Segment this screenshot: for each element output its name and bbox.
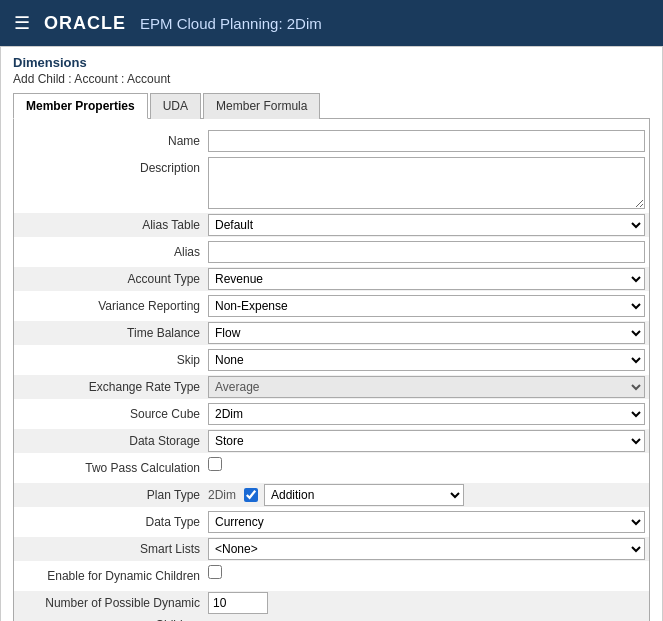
alias-label: Alias [18, 241, 208, 263]
variance-reporting-select[interactable]: Non-Expense [208, 295, 645, 317]
data-storage-select[interactable]: Store [208, 430, 645, 452]
enable-dynamic-label: Enable for Dynamic Children [18, 565, 208, 587]
smart-lists-label: Smart Lists [18, 538, 208, 560]
description-input[interactable] [208, 157, 645, 209]
menu-icon[interactable]: ☰ [14, 12, 30, 34]
data-type-row: Data Type Currency [14, 510, 649, 534]
time-balance-control: Flow [208, 322, 645, 344]
name-control [208, 130, 645, 152]
app-title: EPM Cloud Planning: 2Dim [140, 15, 322, 32]
alias-row: Alias [14, 240, 649, 264]
plan-type-inner: 2Dim Addition [208, 484, 464, 506]
account-type-control: Revenue [208, 268, 645, 290]
two-pass-row: Two Pass Calculation [14, 456, 649, 480]
time-balance-select[interactable]: Flow [208, 322, 645, 344]
plan-type-checkbox[interactable] [244, 488, 258, 502]
plan-addition-select[interactable]: Addition [264, 484, 464, 506]
alias-input[interactable] [208, 241, 645, 263]
source-cube-label: Source Cube [18, 403, 208, 425]
name-row: Name [14, 129, 649, 153]
data-type-select[interactable]: Currency [208, 511, 645, 533]
section-title: Dimensions [13, 55, 650, 70]
num-possible-input[interactable] [208, 592, 268, 614]
exchange-rate-type-label: Exchange Rate Type [18, 376, 208, 398]
exchange-rate-type-control: Average [208, 376, 645, 398]
alias-control [208, 241, 645, 263]
tab-uda[interactable]: UDA [150, 93, 201, 119]
oracle-logo: ORACLE [44, 13, 126, 34]
plan-type-row: Plan Type 2Dim Addition [14, 483, 649, 507]
source-cube-row: Source Cube 2Dim [14, 402, 649, 426]
num-possible-control [208, 592, 645, 614]
data-type-control: Currency [208, 511, 645, 533]
name-input[interactable] [208, 130, 645, 152]
breadcrumb: Add Child : Account : Account [13, 72, 650, 86]
two-pass-checkbox[interactable] [208, 457, 222, 471]
account-type-select[interactable]: Revenue [208, 268, 645, 290]
description-control [208, 157, 645, 209]
plan-type-label: Plan Type [18, 484, 208, 506]
data-storage-label: Data Storage [18, 430, 208, 452]
skip-label: Skip [18, 349, 208, 371]
main-content: Dimensions Add Child : Account : Account… [0, 46, 663, 621]
time-balance-row: Time Balance Flow [14, 321, 649, 345]
variance-reporting-label: Variance Reporting [18, 295, 208, 317]
two-pass-control [208, 457, 645, 471]
plan-type-control: 2Dim Addition [208, 484, 645, 506]
account-type-label: Account Type [18, 268, 208, 290]
data-storage-control: Store [208, 430, 645, 452]
source-cube-control: 2Dim [208, 403, 645, 425]
smart-lists-control: <None> [208, 538, 645, 560]
alias-table-label: Alias Table [18, 214, 208, 236]
skip-control: None [208, 349, 645, 371]
name-label: Name [18, 130, 208, 152]
num-possible-row: Number of Possible Dynamic Children [14, 591, 649, 621]
smart-lists-row: Smart Lists <None> [14, 537, 649, 561]
data-storage-row: Data Storage Store [14, 429, 649, 453]
enable-dynamic-checkbox[interactable] [208, 565, 222, 579]
app-header: ☰ ORACLE EPM Cloud Planning: 2Dim [0, 0, 663, 46]
source-cube-select[interactable]: 2Dim [208, 403, 645, 425]
description-row: Description [14, 156, 649, 210]
skip-row: Skip None [14, 348, 649, 372]
plan-dim-label: 2Dim [208, 488, 236, 502]
exchange-rate-type-select[interactable]: Average [208, 376, 645, 398]
smart-lists-select[interactable]: <None> [208, 538, 645, 560]
enable-dynamic-control [208, 565, 645, 579]
tab-bar: Member Properties UDA Member Formula [13, 92, 650, 119]
exchange-rate-type-row: Exchange Rate Type Average [14, 375, 649, 399]
tab-member-formula[interactable]: Member Formula [203, 93, 320, 119]
account-type-row: Account Type Revenue [14, 267, 649, 291]
time-balance-label: Time Balance [18, 322, 208, 344]
data-type-label: Data Type [18, 511, 208, 533]
enable-dynamic-row: Enable for Dynamic Children [14, 564, 649, 588]
member-properties-form: Name Description Alias Table Default Ali… [13, 119, 650, 621]
alias-table-control: Default [208, 214, 645, 236]
description-label: Description [18, 157, 208, 179]
alias-table-row: Alias Table Default [14, 213, 649, 237]
skip-select[interactable]: None [208, 349, 645, 371]
num-possible-label: Number of Possible Dynamic Children [18, 592, 208, 621]
tab-member-properties[interactable]: Member Properties [13, 93, 148, 119]
alias-table-select[interactable]: Default [208, 214, 645, 236]
two-pass-label: Two Pass Calculation [18, 457, 208, 479]
variance-reporting-control: Non-Expense [208, 295, 645, 317]
variance-reporting-row: Variance Reporting Non-Expense [14, 294, 649, 318]
